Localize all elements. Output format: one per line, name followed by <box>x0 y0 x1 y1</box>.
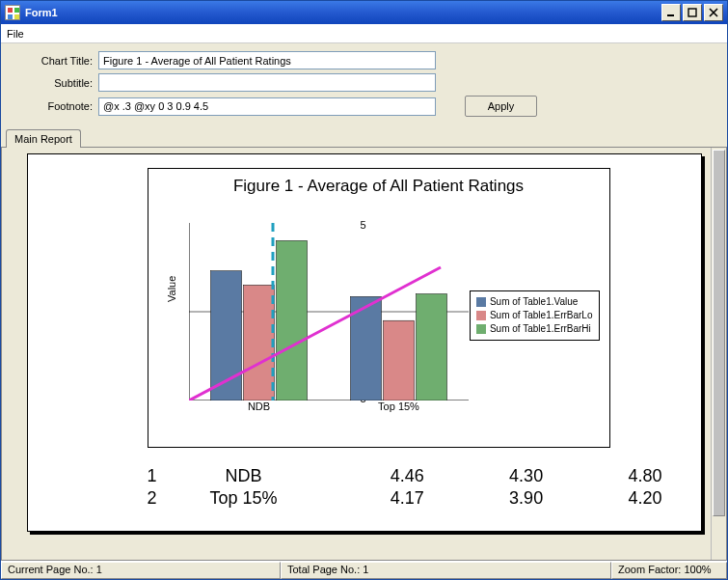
chart-title: Figure 1 - Average of All Patient Rating… <box>148 169 609 200</box>
legend-item: Sum of Table1.ErrBarLo <box>476 309 593 322</box>
svg-rect-0 <box>667 14 674 16</box>
statusbar: Current Page No.: 1 Total Page No.: 1 Zo… <box>1 561 727 579</box>
status-total-page: Total Page No.: 1 <box>281 562 611 579</box>
data-table: 1 NDB 4.46 4.30 4.80 2 Top 15% 4.17 3.90… <box>128 465 659 510</box>
chart-ylabel: Value <box>166 276 177 302</box>
subtitle-input[interactable] <box>98 73 436 92</box>
footnote-label: Footnote: <box>16 100 98 112</box>
report-viewer: Figure 1 - Average of All Patient Rating… <box>1 147 727 561</box>
legend-item: Sum of Table1.Value <box>476 295 593 309</box>
status-zoom: Zoom Factor: 100% <box>611 562 727 579</box>
svg-rect-12 <box>383 320 414 400</box>
scrollbar-thumb[interactable] <box>713 150 725 516</box>
tab-main-report[interactable]: Main Report <box>6 129 81 148</box>
chart-title-input[interactable] <box>98 51 436 69</box>
titlebar[interactable]: Form1 <box>1 1 727 24</box>
chart: Figure 1 - Average of All Patient Rating… <box>148 168 610 448</box>
svg-rect-1 <box>688 9 696 16</box>
maximize-button[interactable] <box>683 4 702 21</box>
table-row: 2 Top 15% 4.17 3.90 4.20 <box>128 487 668 510</box>
footnote-input[interactable] <box>98 97 436 116</box>
window-title: Form1 <box>25 7 58 18</box>
chart-title-label: Chart Title: <box>16 55 98 67</box>
chart-xtick: Top 15% <box>378 400 419 412</box>
status-current-page: Current Page No.: 1 <box>1 562 281 579</box>
legend-swatch-icon <box>476 311 486 320</box>
report-canvas[interactable]: Figure 1 - Average of All Patient Rating… <box>2 148 726 560</box>
legend-swatch-icon <box>476 324 486 334</box>
svg-rect-9 <box>243 285 274 400</box>
chart-plot <box>189 223 469 400</box>
form-area: Chart Title: Subtitle: Footnote: Apply <box>1 43 727 124</box>
app-icon <box>5 5 20 20</box>
svg-rect-10 <box>276 240 307 400</box>
legend-item: Sum of Table1.ErrBarHi <box>476 322 593 336</box>
chart-legend: Sum of Table1.Value Sum of Table1.ErrBar… <box>470 290 600 341</box>
minimize-button[interactable] <box>661 4 681 21</box>
vertical-scrollbar[interactable] <box>711 148 726 560</box>
apply-button[interactable]: Apply <box>465 96 537 117</box>
subtitle-label: Subtitle: <box>16 77 98 89</box>
app-window: Form1 File Chart Title: Subtitle: Footno… <box>0 0 728 580</box>
menubar: File <box>1 24 727 43</box>
close-button[interactable] <box>704 4 723 21</box>
tabstrip: Main Report <box>1 128 727 147</box>
table-row: 1 NDB 4.46 4.30 4.80 <box>128 465 668 487</box>
menu-file[interactable]: File <box>7 28 24 40</box>
svg-rect-13 <box>416 294 446 400</box>
report-page: Figure 1 - Average of All Patient Rating… <box>27 153 702 532</box>
legend-swatch-icon <box>476 297 486 307</box>
chart-xtick: NDB <box>248 400 270 412</box>
